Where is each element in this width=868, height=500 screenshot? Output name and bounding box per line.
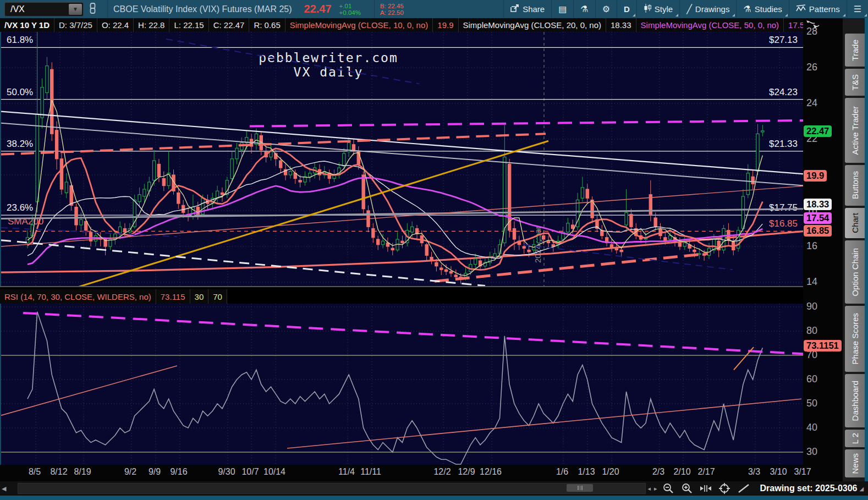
sidebar-tab-label: T&S [850,74,860,90]
pan-left-icon[interactable]: ◂ [647,485,651,492]
sidebar-tab-dashboard[interactable]: Dashboard [845,374,865,427]
sma10-value: 19.9 [433,18,458,32]
style-button[interactable]: Style [636,0,679,18]
pan-right-icon[interactable]: ▸ [654,485,657,492]
date-tick: 9/9 [149,467,161,477]
pencil-icon: ╱ [686,5,692,14]
sidebar-tab-label: Chart [850,213,860,233]
caret-icon [843,14,845,17]
auto-scale-button[interactable] [700,485,711,492]
drawing-set-selector[interactable]: Drawing set: 2025-0306 [760,483,858,493]
flask-icon: ⚗ [743,5,751,14]
svg-text:38.2%: 38.2% [7,139,33,149]
date-tick: 11/4 [338,467,355,477]
symbol-input[interactable]: /VX ▼ [4,2,84,17]
last-price: 22.47 [304,3,332,15]
sma10-label[interactable]: SimpleMovingAvg (CLOSE, 10, 0, no) [285,18,433,32]
chart-scrollbar[interactable] [18,483,646,494]
scrollbar-thumb[interactable] [567,484,593,492]
date-tick: 1/13 [578,467,595,477]
axis-tick: 26 [806,62,817,73]
sidebar-tab-label: Dashboard [850,381,860,421]
sidebar-tab-active-trader[interactable]: Active Trader [845,98,865,163]
sidebar-tab-buttons[interactable]: Buttons [845,165,865,206]
sma20-label[interactable]: SimpleMovingAvg (CLOSE, 20, 0, no) [459,18,607,32]
candle-icon [644,4,651,14]
rsi-panel[interactable] [0,304,804,465]
settings-button[interactable]: ⚙ [595,0,617,18]
zoom-out-button[interactable] [663,483,674,494]
rsi-overbought: 70 [208,289,227,304]
share-button[interactable]: Share [503,0,551,18]
sma50-label[interactable]: SimpleMovingAvg (CLOSE, 50, 0, no) [636,18,784,32]
note-icon: ▤ [558,5,567,14]
date-tick: 10/7 [241,467,259,477]
main-price-chart[interactable]: pebblewriter.comVX daily2024 year61.8%$2… [0,32,804,286]
axis-tick: 90 [806,301,817,312]
axis-tick: 50 [806,398,817,409]
caret-icon [633,14,635,17]
symbol-dropdown-button[interactable]: ▼ [69,4,82,15]
price-bubble: 18.33 [804,199,832,210]
rsi-oversold: 30 [190,289,209,304]
drawings-button[interactable]: ╱ Drawings [679,0,736,18]
sidebar-tab-chart[interactable]: Chart [845,208,865,238]
date-tick: 12/9 [458,467,475,477]
svg-text:$27.13: $27.13 [769,35,798,45]
price-axis[interactable]: 28262422201816149080706050403022.4719.91… [803,18,843,483]
price-bubble: 19.9 [804,170,827,182]
axis-tick: 40 [806,422,817,433]
sidebar-tab-trade[interactable]: Trade [845,34,865,67]
share-icon [510,4,519,14]
price-bubble: 22.47 [804,125,832,137]
chart-link-icon[interactable] [89,3,96,15]
sidebar-tab-label: Trade [850,40,860,61]
bid-ask: B: 22.45A: 22.50 [380,3,404,16]
date-tick: 1/20 [602,467,619,477]
caret-icon [732,14,735,17]
patterns-button[interactable]: Patterns [789,0,847,18]
symbol-value: /VX [10,4,25,14]
date-tick: 10/14 [263,467,285,477]
svg-text:pebblewriter.com: pebblewriter.com [259,51,398,65]
ohlc-open: O: 22.4 [97,18,134,32]
date-tick: 8/19 [74,467,91,477]
caret-icon: ◢ [860,486,864,492]
toolbar-buttons: Share ▤ ⚗ ⚙ D Style ╱ Drawings ⚗ Studies… [503,0,868,18]
onenote-button[interactable]: ▤ [551,0,573,18]
date-tick: 12/2 [433,467,451,477]
symbol-timeframe: /VX 10 Y 1D [0,18,54,32]
chevron-down-icon: ▼ [73,6,78,12]
gear-icon: ⚙ [602,5,610,14]
ohlc-low: L: 22.15 [169,18,208,32]
sidebar-tab-label: Buttons [850,171,860,199]
sidebar-tab-l-2[interactable]: L 2 [845,430,865,447]
flask-icon: ⚗ [580,5,588,14]
date-tick: 2/3 [652,467,664,477]
date-tick: 9/16 [170,467,187,477]
sidebar-tab-phase-scores[interactable]: Phase Scores [845,306,865,372]
svg-text:$24.23: $24.23 [769,87,798,97]
date-tick: 9/2 [124,467,136,477]
svg-text:$21.33: $21.33 [769,139,798,149]
cursor-style-icon[interactable] [806,20,820,34]
zoom-in-button[interactable] [682,483,693,494]
drawing-tool-button[interactable] [738,483,750,493]
scroll-left-icon[interactable]: ◀ [2,485,6,492]
timeframe-button[interactable]: D [617,0,636,18]
sidebar-tab-label: News [850,453,860,474]
studies-button[interactable]: ⚗ Studies [736,0,788,18]
axis-tick: 16 [806,240,817,252]
instrument-title: CBOE Volatility Index (VIX) Futures (MAR… [113,4,292,14]
chart-menu-button[interactable]: ☰ [847,0,868,18]
crosshair-button[interactable] [719,483,730,494]
list-icon: ☰ [854,5,861,14]
price-bubble: 73.1151 [804,340,842,351]
rsi-value: 73.115 [156,289,190,304]
analyze-button[interactable]: ⚗ [573,0,595,18]
sidebar-tab-label: L 2 [850,433,860,444]
sidebar-tab-t-s[interactable]: T&S [845,69,865,96]
rsi-label[interactable]: RSI (14, 70, 30, CLOSE, WILDERS, no) [0,289,156,304]
sidebar-tab-option-chain[interactable]: Option Chain [845,240,865,304]
sidebar-tab-news[interactable]: News [845,449,865,477]
